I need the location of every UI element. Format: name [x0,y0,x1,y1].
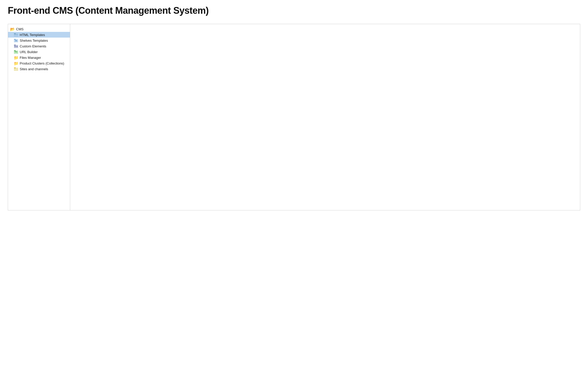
sidebar-item-cms-label: CMS [16,27,24,31]
svg-rect-9 [16,46,18,47]
svg-rect-8 [15,46,16,47]
sidebar-item-sites-channels-label: Sites and channels [20,67,48,71]
html-templates-icon [14,33,18,37]
content-area [70,24,580,210]
custom-elements-icon [14,44,18,48]
sidebar: 📂 CMS HTML Templates [8,24,70,210]
product-clusters-icon: 📁 [14,61,18,65]
page-title: Front-end CMS (Content Management System… [8,5,580,16]
sidebar-item-html-templates[interactable]: HTML Templates [8,32,70,38]
files-manager-icon: 📁 [14,55,18,60]
sidebar-item-html-templates-label: HTML Templates [20,33,45,37]
sites-channels-icon [14,67,18,71]
svg-rect-7 [14,45,16,46]
sidebar-item-shelves-templates-label: Shelves Templates [20,39,48,43]
svg-point-5 [15,40,17,41]
svg-rect-11 [14,50,16,51]
sidebar-item-custom-elements[interactable]: Custom Elements [8,43,70,49]
shelves-templates-icon [14,38,18,43]
sidebar-item-url-builder-label: URL Builder [20,50,38,54]
main-container: 📂 CMS HTML Templates [8,24,580,210]
sidebar-item-product-clusters-label: Product Clusters (Collections) [20,61,64,65]
sidebar-item-url-builder[interactable]: URL Builder [8,49,70,55]
folder-open-icon: 📂 [10,27,15,31]
sidebar-item-cms[interactable]: 📂 CMS [8,26,70,32]
svg-rect-13 [14,67,16,68]
sidebar-item-product-clusters[interactable]: 📁 Product Clusters (Collections) [8,60,70,66]
url-builder-icon [14,50,18,54]
sidebar-item-files-manager[interactable]: 📁 Files Manager [8,55,70,60]
svg-rect-2 [14,34,18,34]
sidebar-item-custom-elements-label: Custom Elements [20,44,46,48]
sidebar-item-files-manager-label: Files Manager [20,56,41,60]
svg-rect-1 [14,33,16,34]
sidebar-item-sites-channels[interactable]: Sites and channels [8,66,70,72]
svg-rect-4 [14,39,16,40]
sidebar-item-shelves-templates[interactable]: Shelves Templates [8,38,70,43]
